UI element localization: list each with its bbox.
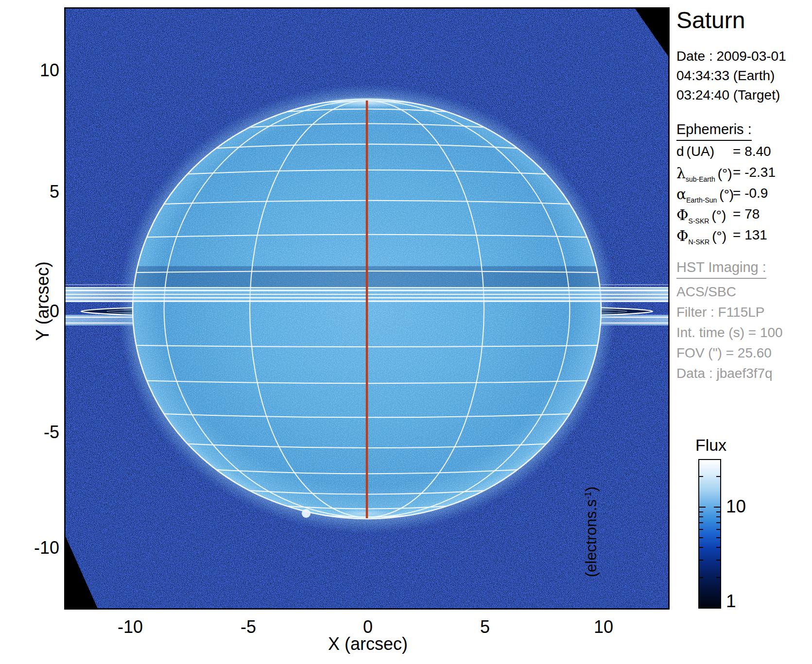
- hst-data-id: Data : jbaef3f7q: [676, 363, 783, 384]
- hst-int-time: Int. time (s) = 100: [676, 323, 783, 343]
- value-phi-n: = 131: [733, 227, 767, 243]
- image-plot-area: [64, 7, 670, 610]
- ephemeris-heading: Ephemeris :: [676, 121, 752, 141]
- colorbar-unit-label: (electrons.s-1): [583, 435, 600, 629]
- colorbar-tick-mark: [716, 511, 720, 512]
- colorbar-tick-mark: [716, 537, 720, 538]
- colorbar-tick-mark: [716, 516, 720, 517]
- ephemeris-row-alpha: αEarth-Sun(°) = -0.9: [676, 186, 812, 206]
- hst-filter: Filter : F115LP: [676, 302, 783, 323]
- symbol-phi-n: Φ: [676, 227, 689, 244]
- colorbar-tick-mark: [716, 547, 720, 548]
- time-earth-line: 04:34:33 (Earth): [676, 66, 786, 85]
- unit-lambda: (°): [718, 166, 732, 181]
- ephemeris-rows: d(UA) = 8.40 λsub-Earth(°) = -2.31 αEart…: [676, 144, 812, 248]
- x-tick-m5: -5: [219, 617, 277, 637]
- info-panel: Saturn Date : 2009-03-01 04:34:33 (Earth…: [676, 0, 812, 664]
- colorbar-tick-mark: [699, 511, 703, 512]
- sub-phi-n: N-SKR: [689, 238, 710, 246]
- colorbar-tick-mark: [699, 529, 703, 530]
- y-axis-title: Y (arcsec): [33, 248, 53, 355]
- sub-phi-s: S-SKR: [689, 217, 709, 225]
- symbol-phi-s: Φ: [676, 206, 689, 223]
- ephemeris-row-phi-n: ΦN-SKR(°) = 131: [676, 227, 812, 248]
- colorbar-tick-mark: [716, 529, 720, 530]
- unit-prefix: (electrons.s: [583, 499, 600, 577]
- colorbar-title: Flux: [684, 436, 738, 455]
- hst-heading: HST Imaging :: [676, 259, 766, 279]
- saturn-uv-figure: 10 5 0 -5 -10 Y (arcsec) -10 -5 0 5 10 X…: [0, 0, 812, 664]
- hst-fov: FOV (") = 25.60: [676, 343, 783, 363]
- colorbar-tick-mark: [699, 537, 703, 538]
- x-axis-title: X (arcsec): [314, 634, 421, 654]
- unit-suffix: ): [583, 487, 600, 492]
- hst-instrument: ACS/SBC: [676, 282, 783, 302]
- unit-sup: -1: [583, 492, 593, 499]
- sub-lambda: sub-Earth: [686, 175, 715, 183]
- unit-alpha: (°): [719, 187, 734, 202]
- symbol-alpha: α: [676, 186, 686, 203]
- y-tick-10: 10: [20, 60, 59, 81]
- hst-lines: ACS/SBC Filter : F115LP Int. time (s) = …: [676, 282, 783, 384]
- colorbar-tick-mark: [699, 547, 703, 548]
- colorbar-tick-mark: [699, 516, 703, 517]
- colorbar-tick-10: 10: [726, 496, 746, 517]
- y-tick-5: 5: [20, 182, 59, 202]
- unit-phi-s: (°): [711, 208, 726, 223]
- unit-phi-n: (°): [712, 229, 726, 244]
- value-phi-s: = 78: [733, 206, 760, 222]
- time-target-line: 03:24:40 (Target): [676, 85, 786, 105]
- unit-d: (UA): [687, 144, 715, 159]
- y-tick-m10: -10: [20, 538, 59, 558]
- flux-colorbar: [698, 459, 721, 609]
- colorbar-tick-mark: [699, 577, 703, 578]
- x-tick-m10: -10: [101, 617, 159, 637]
- x-tick-5: 5: [456, 617, 514, 637]
- symbol-d: d: [676, 144, 684, 159]
- value-alpha: = -0.9: [733, 186, 768, 201]
- date-line: Date : 2009-03-01: [676, 47, 786, 66]
- colorbar-tick-1: 1: [726, 591, 736, 612]
- colorbar-tick-mark: [699, 476, 703, 477]
- colorbar-tick-mark: [699, 507, 706, 508]
- value-d: = 8.40: [733, 144, 771, 159]
- colorbar-tick-mark: [716, 522, 720, 523]
- value-lambda: = -2.31: [733, 165, 776, 180]
- colorbar-tick-mark: [714, 507, 720, 508]
- colorbar-tick-mark: [699, 560, 703, 561]
- ephemeris-row-phi-s: ΦS-SKR(°) = 78: [676, 206, 812, 227]
- ephemeris-row-d: d(UA) = 8.40: [676, 144, 812, 165]
- figure-title: Saturn: [676, 7, 745, 34]
- colorbar-tick-mark: [699, 522, 703, 523]
- y-tick-m5: -5: [20, 422, 59, 443]
- symbol-lambda: λ: [676, 165, 686, 182]
- colorbar-tick-mark: [716, 476, 720, 477]
- sub-alpha: Earth-Sun: [686, 196, 717, 204]
- ephemeris-row-lambda: λsub-Earth(°) = -2.31: [676, 165, 812, 186]
- date-block: Date : 2009-03-01 04:34:33 (Earth) 03:24…: [676, 47, 786, 105]
- colorbar-tick-mark: [716, 577, 720, 578]
- colorbar-tick-mark: [716, 560, 720, 561]
